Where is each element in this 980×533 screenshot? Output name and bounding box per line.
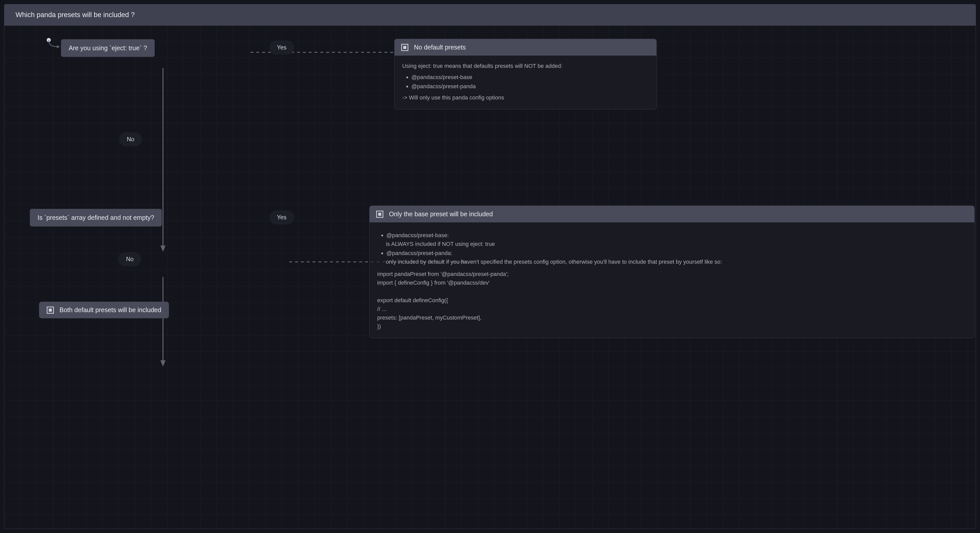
card-outro-text: -> Will only use this panda config optio… — [402, 94, 649, 102]
card-no-default-presets: No default presets Using eject: true mea… — [394, 39, 657, 109]
card-header: No default presets — [395, 39, 656, 56]
edge-label-q1-yes: Yes — [269, 41, 294, 55]
card-only-base-preset: Only the base preset will be included @p… — [369, 206, 975, 338]
decision-presets-array-label: Is `presets` array defined and not empty… — [38, 214, 154, 221]
decision-presets-array: Is `presets` array defined and not empty… — [30, 209, 162, 227]
decision-eject: Are you using `eject: true` ? — [61, 39, 155, 57]
list-item: @pandacss/preset-panda: only included by… — [387, 249, 967, 266]
stop-squared-icon — [376, 211, 383, 218]
bullet-desc: is ALWAYS included if NOT using eject: t… — [386, 241, 495, 247]
terminal-label: Both default presets will be included — [59, 306, 161, 314]
list-item: @pandacss/preset-panda — [411, 82, 649, 91]
card-title: Only the base preset will be included — [389, 210, 493, 218]
diagram-title-bar: Which panda presets will be included ? — [4, 4, 976, 26]
preset-explain-list: @pandacss/preset-base: is ALWAYS include… — [377, 231, 967, 266]
card-body: Using eject: true means that defaults pr… — [395, 56, 656, 109]
bullet-head: @pandacss/preset-base: — [387, 232, 449, 238]
svg-marker-8 — [160, 360, 165, 367]
stop-squared-icon — [47, 306, 54, 314]
diagram-canvas: Are you using `eject: true` ? Yes No No … — [4, 25, 976, 529]
diagram-frame: Which panda presets will be included ? A… — [4, 4, 976, 529]
edge-label-q1-no: No — [119, 132, 142, 146]
list-item: @pandacss/preset-base — [411, 73, 649, 82]
terminal-both-defaults: Both default presets will be included — [39, 302, 169, 318]
bullet-head: @pandacss/preset-panda: — [387, 250, 452, 256]
edge-label-q2-no: No — [118, 252, 141, 266]
edge-label-q2-yes: Yes — [269, 210, 294, 224]
diagram-title: Which panda presets will be included ? — [16, 11, 135, 19]
preset-list: @pandacss/preset-base @pandacss/preset-p… — [402, 73, 649, 91]
svg-marker-4 — [160, 246, 165, 252]
start-arrow-icon — [47, 38, 62, 53]
card-body: @pandacss/preset-base: is ALWAYS include… — [369, 222, 974, 338]
list-item: @pandacss/preset-base: is ALWAYS include… — [387, 231, 967, 248]
card-intro-text: Using eject: true means that defaults pr… — [402, 62, 649, 70]
decision-eject-label: Are you using `eject: true` ? — [68, 44, 147, 52]
code-snippet: import pandaPreset from '@pandacss/prese… — [377, 270, 967, 331]
stop-squared-icon — [401, 44, 408, 51]
bullet-desc: only included by default if you haven't … — [386, 259, 722, 265]
svg-marker-0 — [57, 45, 60, 48]
card-header: Only the base preset will be included — [369, 206, 974, 222]
card-title: No default presets — [414, 44, 466, 51]
